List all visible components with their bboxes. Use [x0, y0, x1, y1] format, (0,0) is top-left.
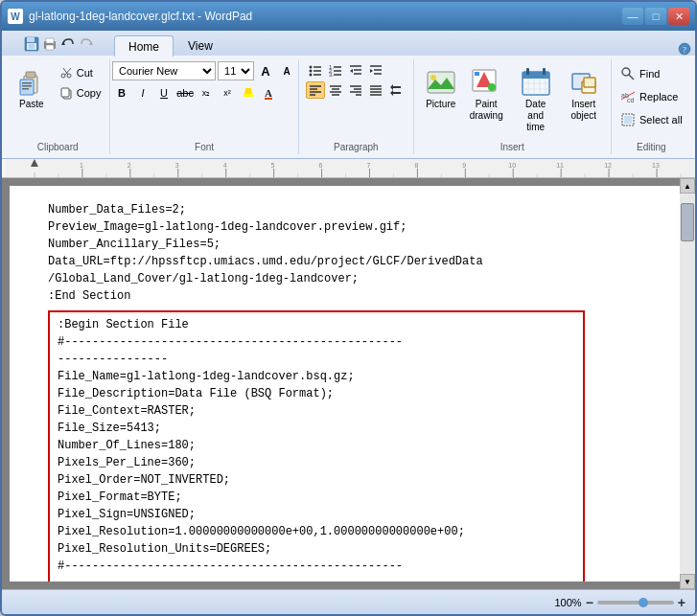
- highlight-button[interactable]: [239, 83, 258, 103]
- para-label: Paragraph: [334, 142, 379, 152]
- svg-marker-25: [244, 88, 252, 94]
- window-title: gl-latlong-1deg-landcover.glcf.txt - Wor…: [29, 10, 252, 23]
- font-grow-button[interactable]: A: [256, 61, 275, 80]
- zoom-level: 100%: [554, 597, 581, 608]
- svg-text:A: A: [265, 87, 272, 99]
- document-page[interactable]: Number_Data_Files=2; Preview_Image=gl-la…: [10, 186, 687, 582]
- align-right-button[interactable]: [346, 81, 365, 99]
- align-justify-icon: [368, 82, 383, 98]
- scroll-track[interactable]: [680, 194, 695, 574]
- align-left-button[interactable]: [306, 81, 325, 99]
- subscript-button[interactable]: x₂: [197, 83, 216, 103]
- replace-icon: abcd: [620, 89, 636, 104]
- datetime-button[interactable]: Date andtime: [511, 61, 561, 138]
- font-size-select[interactable]: 11: [218, 61, 254, 80]
- svg-rect-5: [46, 38, 54, 43]
- svg-text:10: 10: [508, 161, 516, 168]
- editing-group: Find abcd Replace Select all Editing: [612, 59, 691, 154]
- font-color-button[interactable]: A: [260, 83, 279, 103]
- minimize-button[interactable]: —: [622, 8, 643, 25]
- svg-rect-24: [244, 94, 253, 97]
- font-shrink-button[interactable]: A: [277, 61, 296, 80]
- select-all-button[interactable]: Select all: [616, 109, 687, 130]
- edit-content: Find abcd Replace Select all: [616, 63, 687, 138]
- list-bullet-button[interactable]: [306, 61, 325, 79]
- underline-button[interactable]: U: [154, 83, 174, 103]
- tab-view[interactable]: View: [174, 34, 227, 56]
- zoom-slider[interactable]: [597, 601, 674, 605]
- decrease-indent-button[interactable]: [346, 61, 365, 79]
- svg-rect-76: [543, 68, 546, 75]
- picture-button[interactable]: Picture: [420, 61, 462, 115]
- cut-button[interactable]: Cut: [56, 63, 106, 82]
- app-icon: W: [8, 9, 23, 24]
- close-button[interactable]: ✕: [668, 8, 689, 25]
- insert-group: Picture Paintdrawing: [414, 59, 612, 154]
- paint-icon: [471, 66, 501, 97]
- picture-label: Picture: [426, 99, 455, 110]
- paste-button[interactable]: Paste: [10, 61, 54, 115]
- align-right-icon: [348, 82, 363, 98]
- ribbon: Paste Cut Copy Clipboard: [2, 56, 695, 159]
- select-all-icon: [620, 112, 636, 127]
- object-label: Insertobject: [570, 99, 596, 122]
- replace-button[interactable]: abcd Replace: [616, 86, 683, 107]
- datetime-label: Date andtime: [518, 99, 554, 133]
- strikethrough-button[interactable]: abc: [175, 83, 195, 103]
- svg-point-67: [430, 75, 436, 80]
- list-number-button[interactable]: 1.2.3.: [326, 61, 345, 79]
- increase-indent-button[interactable]: [366, 61, 385, 79]
- numbered-list-icon: 1.2.3.: [328, 62, 343, 78]
- svg-rect-13: [26, 72, 35, 78]
- zoom-plus-icon[interactable]: +: [678, 595, 685, 610]
- svg-marker-64: [390, 84, 401, 90]
- svg-rect-17: [22, 88, 29, 90]
- svg-text:9: 9: [462, 161, 466, 168]
- superscript-button[interactable]: x²: [218, 83, 237, 103]
- scroll-thumb[interactable]: [681, 203, 694, 241]
- insert-label: Insert: [500, 142, 524, 152]
- maximize-button[interactable]: □: [645, 8, 666, 25]
- object-button[interactable]: Insertobject: [563, 61, 605, 126]
- clipboard-label: Clipboard: [37, 142, 79, 152]
- svg-point-32: [310, 74, 313, 77]
- zoom-slider-thumb[interactable]: [639, 598, 648, 607]
- svg-rect-1: [27, 37, 35, 42]
- svg-rect-92: [624, 116, 632, 124]
- font-group: Courier New 11 A A B I U abc x₂ x²: [110, 59, 299, 154]
- title-bar: W gl-latlong-1deg-landcover.glcf.txt - W…: [2, 2, 695, 31]
- copy-button[interactable]: Copy: [56, 83, 106, 103]
- align-center-button[interactable]: [326, 81, 345, 99]
- bold-button[interactable]: B: [112, 83, 131, 103]
- para-row1: 1.2.3.: [306, 61, 385, 79]
- svg-point-28: [310, 66, 313, 69]
- tab-home[interactable]: Home: [114, 35, 174, 57]
- line-spacing-button[interactable]: [386, 81, 406, 99]
- svg-text:6: 6: [319, 161, 323, 168]
- save-icon[interactable]: [24, 36, 39, 52]
- redo-icon[interactable]: [79, 36, 94, 52]
- find-button[interactable]: Find: [616, 63, 664, 84]
- scroll-up-button[interactable]: ▲: [680, 178, 695, 194]
- svg-rect-14: [20, 80, 34, 95]
- para-content: 1.2.3.: [306, 61, 406, 138]
- font-name-select[interactable]: Courier New: [112, 61, 216, 80]
- undo-icon[interactable]: [60, 36, 76, 52]
- help-icon[interactable]: ?: [678, 42, 691, 56]
- cut-icon: [60, 66, 74, 80]
- scroll-down-button[interactable]: ▼: [680, 574, 695, 589]
- svg-text:3.: 3.: [329, 72, 334, 78]
- svg-rect-93: [6, 159, 695, 178]
- align-justify-button[interactable]: [366, 81, 385, 99]
- svg-marker-41: [350, 69, 353, 73]
- print-icon[interactable]: [42, 36, 58, 52]
- paint-button[interactable]: Paintdrawing: [464, 61, 509, 126]
- zoom-minus-icon[interactable]: −: [586, 595, 593, 610]
- svg-rect-16: [22, 85, 32, 87]
- find-label: Find: [639, 68, 660, 80]
- bullet-list-icon: [308, 62, 323, 78]
- zoom-control: 100% − +: [554, 595, 685, 610]
- svg-text:11: 11: [556, 161, 564, 168]
- title-bar-left: W gl-latlong-1deg-landcover.glcf.txt - W…: [8, 9, 252, 24]
- italic-button[interactable]: I: [133, 83, 152, 103]
